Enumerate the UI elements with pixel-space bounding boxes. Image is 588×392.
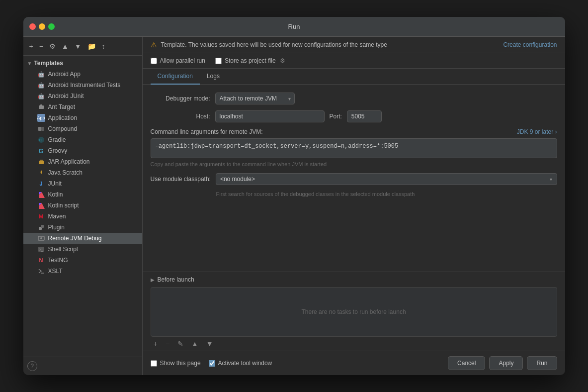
templates-label: Templates — [34, 60, 63, 67]
before-launch-remove-button[interactable]: − — [163, 339, 172, 349]
sidebar-item-ant-target[interactable]: Ant Target — [23, 101, 142, 112]
sidebar-item-android-app[interactable]: 🤖 Android App — [23, 69, 142, 80]
sidebar-item-label: Shell Script — [48, 246, 79, 253]
sidebar-item-application[interactable]: App Application — [23, 112, 142, 123]
sidebar-item-testng[interactable]: N TestNG — [23, 255, 142, 266]
host-input[interactable] — [215, 110, 325, 122]
host-port-row: Host: Port: — [151, 110, 557, 122]
sidebar-item-label: Maven — [48, 213, 66, 220]
folder-button[interactable]: 📁 — [85, 41, 98, 51]
move-up-button[interactable]: ▲ — [60, 41, 71, 51]
store-gear-icon: ⚙ — [280, 57, 285, 64]
activate-tool-window-checkbox[interactable]: Activate tool window — [209, 360, 272, 367]
settings-button[interactable]: ⚙ — [47, 41, 58, 51]
android-icon: 🤖 — [37, 70, 45, 78]
testng-icon: N — [37, 256, 45, 264]
module-hint: First search for sources of the debugged… — [151, 191, 557, 197]
sidebar-item-label: Plugin — [48, 224, 65, 231]
before-launch-arrow-icon: ▶ — [151, 277, 155, 283]
sidebar-item-java-scratch[interactable]: Java Scratch — [23, 167, 142, 178]
sidebar-item-label: Android JUnit — [48, 93, 84, 99]
jdk-link[interactable]: JDK 9 or later › — [517, 128, 557, 135]
kotlin-script-icon — [37, 201, 45, 209]
sidebar-item-groovy[interactable]: G Groovy — [23, 145, 142, 156]
minimize-button[interactable] — [39, 23, 45, 30]
warning-left: ⚠ Template. The values saved here will b… — [151, 41, 387, 49]
activate-tool-window-input[interactable] — [209, 360, 215, 367]
allow-parallel-run-checkbox[interactable]: Allow parallel run — [151, 57, 205, 64]
cmd-header: Command line arguments for remote JVM: J… — [151, 128, 557, 135]
before-launch-edit-button[interactable]: ✎ — [174, 339, 186, 349]
sidebar-item-junit[interactable]: J JUnit — [23, 178, 142, 189]
sidebar-item-plugin[interactable]: Plugin — [23, 222, 142, 233]
show-page-checkbox[interactable]: Show this page — [151, 360, 201, 367]
run-dialog: Run + − ⚙ ▲ ▼ 📁 ↕ ▼ — [23, 17, 565, 375]
before-launch-down-button[interactable]: ▼ — [203, 339, 216, 349]
add-config-button[interactable]: + — [27, 41, 35, 51]
store-as-project-file-checkbox[interactable]: Store as project file ⚙ — [215, 57, 285, 64]
before-launch-toolbar: + − ✎ ▲ ▼ — [143, 337, 565, 351]
close-button[interactable] — [29, 23, 36, 30]
show-page-input[interactable] — [151, 360, 157, 367]
main-content: + − ⚙ ▲ ▼ 📁 ↕ ▼ Templates — [23, 37, 565, 375]
tabs-row: Configuration Logs — [143, 69, 565, 85]
sidebar-item-jar-application[interactable]: JAR Application — [23, 156, 142, 167]
title-bar: Run — [23, 17, 565, 37]
section-arrow-icon: ▼ — [27, 61, 32, 66]
sort-icon: ↕ — [102, 42, 105, 50]
create-configuration-link[interactable]: Create configuration — [503, 41, 557, 48]
before-launch-section: ▶ Before launch There are no tasks to ru… — [143, 272, 565, 351]
sidebar-item-android-instrumented-tests[interactable]: 🤖 Android Instrumented Tests — [23, 80, 142, 91]
sidebar-item-label: Kotlin — [48, 191, 63, 198]
sidebar-item-maven[interactable]: M Maven — [23, 211, 142, 222]
shell-icon: >_ — [37, 245, 45, 253]
before-launch-empty-text: There are no tasks to run before launch — [301, 308, 406, 315]
run-button[interactable]: Run — [527, 356, 557, 370]
sidebar-item-compound[interactable]: Compound — [23, 123, 142, 134]
sidebar-item-kotlin[interactable]: Kotlin — [23, 189, 142, 200]
module-select[interactable]: <no module> — [216, 173, 557, 185]
sidebar-item-label: Groovy — [48, 147, 68, 154]
sidebar-item-remote-jvm-debug[interactable]: Remote JVM Debug — [23, 233, 142, 244]
store-as-project-file-label: Store as project file — [225, 57, 276, 64]
before-launch-add-button[interactable]: + — [151, 339, 161, 349]
xslt-icon — [37, 267, 45, 275]
cmd-box: -agentlib:jdwp=transport=dt_socket,serve… — [151, 138, 557, 158]
gradle-icon: G — [37, 136, 45, 144]
config-panel: Debugger mode: Attach to remote JVM List… — [143, 85, 565, 272]
debugger-mode-select[interactable]: Attach to remote JVM Listen to remote JV… — [215, 93, 295, 104]
tab-configuration[interactable]: Configuration — [151, 69, 200, 85]
cancel-button[interactable]: Cancel — [448, 356, 485, 370]
before-launch-up-button[interactable]: ▲ — [188, 339, 201, 349]
folder-icon: 📁 — [87, 42, 96, 50]
sidebar-item-gradle[interactable]: G Gradle — [23, 134, 142, 145]
kotlin-icon — [37, 191, 45, 198]
cmd-section: Command line arguments for remote JVM: J… — [151, 128, 557, 167]
store-as-project-file-input[interactable] — [215, 58, 222, 64]
traffic-lights — [29, 23, 55, 30]
sidebar-item-xslt[interactable]: XSLT — [23, 266, 142, 277]
sidebar-item-kotlin-script[interactable]: Kotlin script — [23, 200, 142, 211]
templates-section-header[interactable]: ▼ Templates — [23, 58, 142, 69]
help-button[interactable]: ? — [27, 361, 37, 371]
sidebar: + − ⚙ ▲ ▼ 📁 ↕ ▼ Templates — [23, 37, 143, 375]
module-dropdown-wrapper: <no module> — [216, 173, 557, 185]
tab-logs[interactable]: Logs — [200, 69, 227, 85]
maven-icon: M — [37, 212, 45, 220]
move-down-button[interactable]: ▼ — [73, 41, 84, 51]
svg-text:G: G — [39, 138, 42, 142]
sidebar-bottom: ? — [23, 357, 142, 375]
sidebar-item-shell-script[interactable]: >_ Shell Script — [23, 244, 142, 255]
allow-parallel-run-input[interactable] — [151, 58, 157, 64]
android-icon: 🤖 — [37, 81, 45, 89]
svg-rect-6 — [39, 161, 44, 164]
apply-button[interactable]: Apply — [489, 356, 523, 370]
maximize-button[interactable] — [48, 23, 55, 30]
cmd-label: Command line arguments for remote JVM: — [151, 128, 263, 135]
sidebar-item-android-junit[interactable]: 🤖 Android JUnit — [23, 91, 142, 101]
port-input[interactable] — [347, 110, 382, 122]
remove-config-button[interactable]: − — [37, 41, 45, 51]
sidebar-item-label: XSLT — [48, 268, 63, 275]
remote-icon — [37, 234, 45, 242]
sort-button[interactable]: ↕ — [100, 41, 107, 51]
